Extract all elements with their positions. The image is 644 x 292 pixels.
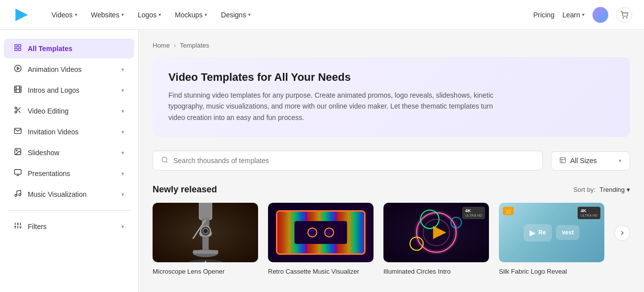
breadcrumb: Home › Templates xyxy=(153,42,630,49)
chevron-down-icon: ▾ xyxy=(159,12,161,17)
template-card-circles[interactable]: 4KULTRA HD xyxy=(383,203,489,275)
main-nav: Videos ▾ Websites ▾ Logos ▾ Mockups ▾ De… xyxy=(46,7,533,23)
hero-section: Video Templates for All Your Needs Find … xyxy=(153,57,630,137)
cart-icon[interactable] xyxy=(616,7,632,23)
svg-rect-44 xyxy=(202,235,209,251)
header-right: Pricing Learn ▾ xyxy=(533,7,632,23)
grid-icon xyxy=(14,44,22,54)
svg-point-47 xyxy=(203,229,208,234)
svg-point-7 xyxy=(14,65,21,71)
chevron-down-icon: ▾ xyxy=(121,108,124,115)
template-card-microscope[interactable]: 🔬 Microscope Lens Opener xyxy=(153,203,258,275)
svg-line-20 xyxy=(19,111,21,113)
svg-point-56 xyxy=(451,217,461,228)
scissors-icon xyxy=(14,106,22,116)
template-thumbnail xyxy=(268,203,374,262)
play-circle-icon xyxy=(14,64,22,74)
badge-4k: 4KULTRA HD xyxy=(578,207,600,219)
badge-crown: 👑 xyxy=(503,207,514,215)
section-header: Newly released Sort by: Trending ▾ xyxy=(153,184,630,195)
svg-point-27 xyxy=(15,194,17,196)
nav-mockups[interactable]: Mockups ▾ xyxy=(169,7,213,23)
music-icon xyxy=(14,189,22,199)
svg-marker-0 xyxy=(15,8,28,21)
chevron-down-icon: ▾ xyxy=(121,171,124,177)
breadcrumb-separator: › xyxy=(174,42,176,49)
svg-point-38 xyxy=(162,157,167,162)
svg-rect-48 xyxy=(193,250,218,254)
svg-point-17 xyxy=(15,107,17,109)
film-icon xyxy=(14,85,22,95)
chevron-down-icon: ▾ xyxy=(121,129,124,135)
size-filter-dropdown[interactable]: All Sizes ▾ xyxy=(551,151,630,171)
nav-logos[interactable]: Logos ▾ xyxy=(132,7,167,23)
template-card-silk[interactable]: 👑 4KULTRA HD ▶ Re vest Silk Fabric Logo … xyxy=(499,203,604,275)
sidebar-item-all-templates[interactable]: All Templates xyxy=(4,39,134,58)
svg-point-18 xyxy=(15,111,17,113)
sidebar-item-filters[interactable]: Filters ▾ xyxy=(4,217,134,236)
sidebar-item-video-editing[interactable]: Video Editing ▾ xyxy=(4,101,134,121)
breadcrumb-home[interactable]: Home xyxy=(153,42,170,49)
svg-line-21 xyxy=(16,109,18,110)
svg-rect-4 xyxy=(18,45,21,47)
search-input[interactable] xyxy=(173,157,535,165)
nav-websites[interactable]: Websites ▾ xyxy=(85,7,130,23)
template-thumbnail: 👑 4KULTRA HD ▶ Re vest xyxy=(499,203,604,262)
sidebar-item-animation-videos[interactable]: Animation Videos ▾ xyxy=(4,59,134,79)
size-filter-label: All Sizes xyxy=(570,157,615,165)
chevron-down-icon: ▾ xyxy=(121,191,124,198)
template-name: Microscope Lens Opener xyxy=(153,268,224,275)
main-content: Home › Templates Video Templates for All… xyxy=(139,30,644,292)
svg-point-2 xyxy=(627,17,627,18)
svg-rect-24 xyxy=(14,170,21,174)
svg-rect-40 xyxy=(560,157,566,163)
svg-line-39 xyxy=(166,162,167,163)
svg-point-28 xyxy=(19,194,21,196)
sort-label: Sort by: xyxy=(573,186,595,193)
search-icon xyxy=(161,156,168,165)
header: Videos ▾ Websites ▾ Logos ▾ Mockups ▾ De… xyxy=(0,0,644,30)
size-filter-icon xyxy=(559,157,566,165)
sidebar-item-presentations[interactable]: Presentations ▾ xyxy=(4,164,134,183)
sort-value-dropdown[interactable]: Trending ▾ xyxy=(599,186,630,193)
template-grid: 🔬 Microscope Lens Opener Retro C xyxy=(153,203,630,275)
svg-rect-5 xyxy=(15,48,17,51)
svg-point-1 xyxy=(623,17,623,18)
sidebar-item-slideshow[interactable]: Slideshow ▾ xyxy=(4,143,134,163)
logo[interactable] xyxy=(12,6,30,24)
svg-point-55 xyxy=(410,237,423,250)
sidebar-divider xyxy=(8,210,130,211)
sidebar-item-intros-logos[interactable]: Intros and Logos ▾ xyxy=(4,80,134,100)
search-box[interactable] xyxy=(153,151,543,171)
learn-link[interactable]: Learn ▾ xyxy=(562,11,585,19)
badge-4k: 4KULTRA HD xyxy=(462,207,485,219)
breadcrumb-current: Templates xyxy=(180,42,209,49)
avatar[interactable] xyxy=(592,7,608,23)
nav-designs[interactable]: Designs ▾ xyxy=(215,7,257,23)
next-button[interactable] xyxy=(614,225,630,241)
sort-row: Sort by: Trending ▾ xyxy=(573,186,630,193)
svg-marker-57 xyxy=(433,226,446,239)
pricing-link[interactable]: Pricing xyxy=(533,11,554,19)
chevron-down-icon: ▾ xyxy=(121,66,124,73)
sidebar-item-invitation-videos[interactable]: Invitation Videos ▾ xyxy=(4,122,134,142)
chevron-down-icon: ▾ xyxy=(205,12,207,17)
layout: All Templates Animation Videos ▾ xyxy=(0,30,644,292)
chevron-down-icon: ▾ xyxy=(627,186,630,193)
svg-point-23 xyxy=(16,150,17,151)
sliders-icon xyxy=(14,222,22,232)
sidebar-item-music-visualization[interactable]: Music Visualization ▾ xyxy=(4,184,134,204)
template-thumbnail: 🔬 xyxy=(153,203,258,262)
hero-title: Video Templates for All Your Needs xyxy=(168,71,614,84)
chevron-down-icon: ▾ xyxy=(121,12,124,17)
template-name: Illuminated Circles Intro xyxy=(383,268,451,275)
template-thumbnail: 4KULTRA HD xyxy=(383,203,489,262)
chevron-down-icon: ▾ xyxy=(121,224,124,230)
nav-videos[interactable]: Videos ▾ xyxy=(46,7,83,23)
svg-text:🔬: 🔬 xyxy=(202,261,209,262)
svg-rect-6 xyxy=(18,48,21,51)
section-title: Newly released xyxy=(153,184,217,195)
template-card-cassette[interactable]: Retro Cassette Music Visualizer xyxy=(268,203,374,275)
template-name: Retro Cassette Music Visualizer xyxy=(268,268,359,275)
sidebar: All Templates Animation Videos ▾ xyxy=(0,30,139,292)
